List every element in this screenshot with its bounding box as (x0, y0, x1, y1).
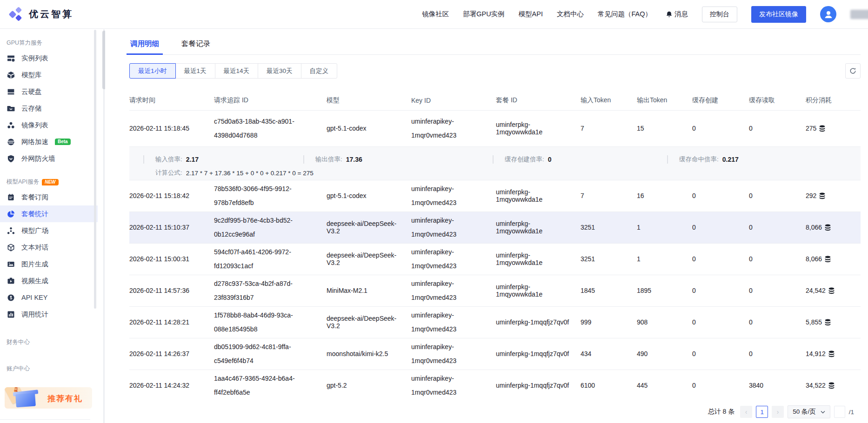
page-jump-input[interactable] (834, 406, 845, 418)
table-row[interactable]: 2026-02-11 14:28:21 1f578bb8-8ab4-46d9-9… (129, 306, 861, 338)
sidebar-section-account[interactable]: 账户中心 (0, 365, 98, 376)
prev-page-button[interactable]: ‹ (740, 406, 752, 418)
sidebar-item-plan-stats[interactable]: 套餐统计 (0, 205, 98, 222)
filter-last-1h[interactable]: 最近1小时 (129, 63, 176, 79)
sidebar: GPU算力服务 实例列表 模型库 云硬盘 (0, 29, 98, 423)
cell-output-tokens: 445 (637, 370, 692, 401)
cell-cache-read: 0 (749, 338, 806, 370)
table-row[interactable]: 2026-02-11 14:57:36 d278c937-53ca-4b2f-a… (129, 275, 861, 306)
sidebar-item-cloud-storage[interactable]: 云存储 (0, 100, 98, 117)
cell-credits: 24,542 (806, 275, 861, 306)
cell-key-id: uminferapikey-1mqr0vmed423 (411, 370, 496, 401)
filter-custom[interactable]: 自定义 (301, 63, 338, 79)
col-model: 模型 (327, 91, 411, 110)
cell-credits: 8,066 (806, 243, 861, 275)
cell-plan-id: uminferpkg-1mqyowwkda1e (496, 275, 581, 306)
cell-trace-id: 9c2df995-b76e-4cb3-bd52-0b12cc9e96af (214, 212, 327, 243)
sidebar-item-image-gen[interactable]: 图片生成 (0, 256, 98, 272)
sidebar-item-call-stats[interactable]: 调用统计 (0, 306, 98, 323)
tab-plan-records[interactable]: 套餐记录 (180, 35, 211, 54)
sidebar-item-api-key[interactable]: API KEY (0, 289, 98, 306)
brand-name: 优云智算 (29, 8, 73, 20)
nav-link-image-community[interactable]: 镜像社区 (422, 10, 449, 19)
sidebar-footer-divider (0, 419, 90, 420)
image-icon (7, 260, 15, 268)
messages-button[interactable]: 消息 (666, 10, 688, 19)
sidebar-item-cloud-disk[interactable]: 云硬盘 (0, 83, 98, 100)
filter-row: 最近1小时 最近1天 最近14天 最近30天 自定义 (129, 63, 861, 79)
publish-community-image-button[interactable]: 发布社区镜像 (751, 6, 806, 23)
sidebar-item-image-list[interactable]: 镜像列表 (0, 117, 98, 133)
cell-cache-read: 0 (749, 243, 806, 275)
cell-plan-id: uminferpkg-1mqqfjz7qv0f (496, 306, 581, 338)
page-jump-suffix: /1 (849, 409, 854, 416)
table-row[interactable]: 2026-02-11 14:26:37 db051909-9d62-4c81-9… (129, 338, 861, 370)
sidebar-scrollbar-thumb[interactable] (94, 30, 96, 309)
cell-output-tokens: 908 (637, 306, 692, 338)
cell-plan-id: uminferpkg-1mqyowwkda1e (496, 180, 581, 212)
col-trace-id: 请求追踪 ID (214, 91, 327, 110)
filter-last-1d[interactable]: 最近1天 (175, 63, 215, 79)
col-input-tokens: 输入Token (581, 91, 637, 110)
formula-row: 计算公式: 2.17 * 7 + 17.36 * 15 + 0 * 0 + 0.… (155, 169, 861, 177)
bar-chart-icon (7, 310, 15, 318)
next-page-button[interactable]: › (772, 406, 784, 418)
instance-list-icon (7, 54, 15, 62)
table-row[interactable]: 2026-02-11 15:10:37 9c2df995-b76e-4cb3-b… (129, 212, 861, 243)
page-size-select[interactable]: 50 条/页 (788, 405, 830, 418)
sidebar-item-text-chat[interactable]: 文本对话 (0, 239, 98, 256)
filter-last-14d[interactable]: 最近14天 (215, 63, 259, 79)
cell-model: deepseek-ai/DeepSeek-V3.2 (327, 243, 411, 275)
col-request-time: 请求时间 (129, 91, 214, 110)
brand[interactable]: 优云智算 (8, 7, 73, 22)
cell-input-tokens: 7 (581, 180, 637, 212)
table-row[interactable]: 2026-02-11 15:00:31 594cf07f-a461-4206-9… (129, 243, 861, 275)
page-number-1[interactable]: 1 (756, 406, 768, 418)
tab-call-details[interactable]: 调用明细 (129, 35, 160, 54)
cell-time: 2026-02-11 14:28:21 (129, 306, 214, 338)
folder-icon (7, 104, 15, 112)
cell-output-tokens: 1895 (637, 275, 692, 306)
sidebar-item-plan-subscribe[interactable]: 套餐订阅 (0, 189, 98, 205)
refresh-button[interactable] (845, 63, 861, 79)
sidebar-item-firewall[interactable]: 外网防火墙 (0, 150, 98, 167)
cell-credits: 34,522 (806, 370, 861, 401)
table-row[interactable]: 2026-02-11 15:18:45 c75d0a63-18ab-435c-a… (129, 110, 861, 146)
table-row[interactable]: 2026-02-11 14:24:32 1aa4c467-9365-4924-b… (129, 370, 861, 401)
nav-link-docs[interactable]: 文档中心 (557, 10, 584, 19)
nav-link-deploy-gpu[interactable]: 部署GPU实例 (463, 10, 504, 19)
cell-cache-read: 0 (749, 275, 806, 306)
cell-credits: 8,066 (806, 212, 861, 243)
cell-cache-read: 0 (749, 306, 806, 338)
nav-link-model-api[interactable]: 模型API (519, 10, 543, 19)
cell-credits: 14,912 (806, 338, 861, 370)
filter-last-30d[interactable]: 最近30天 (258, 63, 301, 79)
cell-output-tokens: 1 (637, 212, 692, 243)
sidebar-item-video-gen[interactable]: 视频生成 (0, 272, 98, 289)
cell-model: gpt-5.2 (327, 370, 411, 401)
gift-box-icon (15, 393, 36, 408)
tab-bar: 调用明细 套餐记录 (129, 35, 861, 55)
cell-credits: 292 (806, 180, 861, 212)
cell-cache-create: 0 (692, 243, 749, 275)
cell-output-tokens: 1 (637, 243, 692, 275)
referral-banner[interactable]: 满减100 推荐有礼 (5, 387, 92, 409)
cell-cache-create: 0 (692, 212, 749, 243)
sidebar-section-model-api: 模型API服务 NEW (0, 178, 98, 189)
sidebar-item-model-plaza[interactable]: 模型广场 (0, 222, 98, 239)
cube-outline-icon (7, 243, 15, 251)
cell-cache-read: 0 (749, 180, 806, 212)
sidebar-item-model-hub[interactable]: 模型库 (0, 66, 98, 83)
avatar[interactable] (820, 6, 836, 22)
cell-trace-id: 78b536f0-3066-4f95-9912-978b7efd8efb (214, 180, 327, 212)
sidebar-item-network-accel[interactable]: 网络加速 Beta (0, 133, 98, 150)
cell-cache-create: 0 (692, 180, 749, 212)
nav-link-faq[interactable]: 常见问题（FAQ） (598, 10, 652, 19)
cell-time: 2026-02-11 14:57:36 (129, 275, 214, 306)
table-row[interactable]: 2026-02-11 15:18:42 78b536f0-3066-4f95-9… (129, 180, 861, 212)
sidebar-item-instance-list[interactable]: 实例列表 (0, 50, 98, 66)
sidebar-section-finance[interactable]: 财务中心 (0, 338, 98, 349)
input-rate: 输入倍率: 2.17 (143, 155, 303, 164)
output-rate: 输出倍率: 17.36 (303, 155, 493, 164)
console-button[interactable]: 控制台 (702, 7, 737, 22)
